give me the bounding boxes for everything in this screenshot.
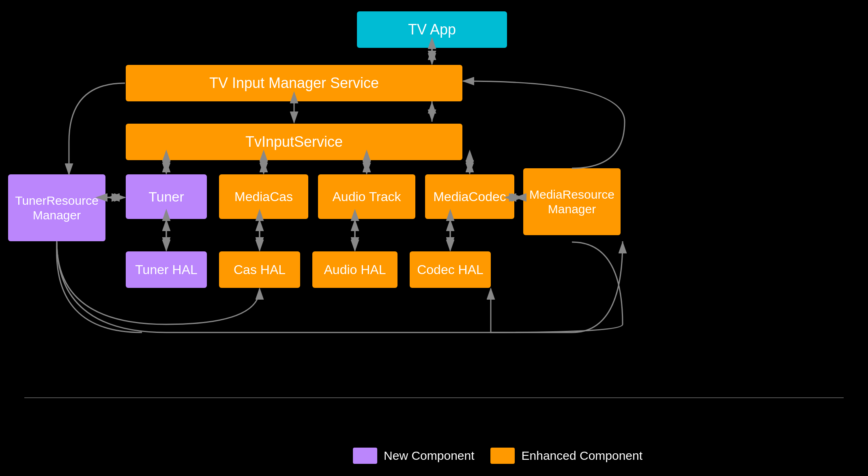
tv-input-manager-box: TV Input Manager Service (126, 65, 462, 101)
legend-enhanced-component: Enhanced Component (491, 448, 643, 464)
codec-hal-box: Codec HAL (410, 251, 491, 288)
audio-hal-box: Audio HAL (312, 251, 397, 288)
tv-app-box: TV App (357, 11, 507, 48)
tuner-box: Tuner (126, 174, 207, 219)
enhanced-component-legend-box (491, 448, 515, 464)
media-codec-box: MediaCodec (425, 174, 514, 219)
tuner-resource-manager-box: TunerResource Manager (8, 174, 105, 241)
tuner-hal-box: Tuner HAL (126, 251, 207, 288)
legend-new-component: New Component (353, 448, 474, 464)
diagram-container: TV App TV Input Manager Service TvInputS… (0, 0, 868, 476)
new-component-label: New Component (384, 449, 474, 463)
cas-hal-box: Cas HAL (219, 251, 300, 288)
enhanced-component-label: Enhanced Component (522, 449, 643, 463)
media-resource-manager-box: MediaResource Manager (523, 168, 621, 235)
media-cas-box: MediaCas (219, 174, 308, 219)
legend: New Component Enhanced Component (353, 448, 642, 464)
legend-divider (24, 397, 844, 398)
audio-track-box: Audio Track (318, 174, 415, 219)
new-component-legend-box (353, 448, 377, 464)
tv-input-service-box: TvInputService (126, 124, 462, 160)
